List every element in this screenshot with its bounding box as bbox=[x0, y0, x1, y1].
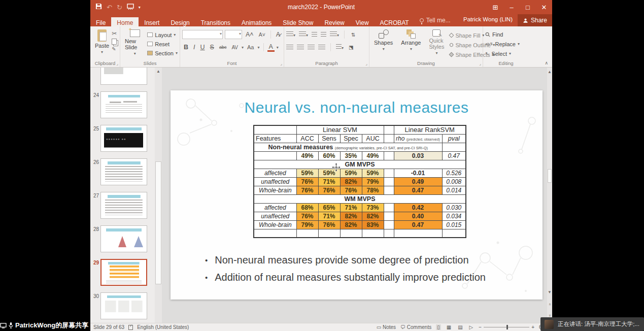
font-color-icon[interactable]: A bbox=[267, 43, 275, 52]
language-indicator[interactable]: English (United States) bbox=[137, 324, 189, 330]
thumbnail-preview[interactable] bbox=[100, 259, 147, 286]
share-button[interactable]: Share bbox=[518, 14, 552, 26]
decrease-indent-icon[interactable] bbox=[312, 32, 317, 37]
font-size-combobox[interactable] bbox=[225, 30, 242, 39]
thumbnail-preview[interactable] bbox=[100, 91, 147, 118]
canvas-scrollbar[interactable]: ▲ ▼ « » bbox=[547, 68, 552, 323]
thumbnail-scrollbar[interactable]: ▲ bbox=[155, 68, 162, 323]
zoom-slider-thumb[interactable] bbox=[506, 325, 508, 329]
bullet-item: Addition of neural measures substantiall… bbox=[205, 272, 486, 283]
find-button[interactable]: Find bbox=[485, 30, 527, 39]
metric-cell: 68% bbox=[296, 203, 318, 212]
account-name[interactable]: Patrick Wong (LIN) bbox=[458, 16, 518, 25]
line-spacing-icon[interactable]: ▾ bbox=[330, 31, 339, 38]
slide-thumbnail-29[interactable]: 29 bbox=[90, 259, 155, 286]
slide-thumbnail-26[interactable]: 26 bbox=[90, 158, 155, 185]
slide-thumbnail-30[interactable]: 30 bbox=[90, 292, 155, 319]
scroll-up-icon[interactable]: ▲ bbox=[547, 70, 552, 74]
scroll-down-icon[interactable]: ▼ bbox=[547, 290, 552, 294]
canvas-scrollbar-thumb[interactable] bbox=[548, 169, 552, 183]
align-right-icon[interactable] bbox=[308, 45, 315, 50]
slide[interactable]: Neural vs. non-neural measures Linear SV… bbox=[171, 90, 543, 300]
replace-button[interactable]: ab↯ Replace▾ bbox=[485, 40, 527, 48]
cut-icon[interactable]: ✂ bbox=[112, 30, 118, 37]
bold-icon[interactable]: B bbox=[182, 44, 190, 51]
reset-button[interactable]: Reset bbox=[147, 40, 178, 48]
zoom-in-icon[interactable]: + bbox=[531, 324, 534, 330]
increase-font-size-icon[interactable]: A˄ bbox=[244, 31, 255, 38]
drawing-dialog-launcher[interactable]: ⌟ bbox=[479, 61, 481, 66]
slide-thumbnail-28[interactable]: 28 bbox=[90, 225, 155, 252]
thumbnail-preview[interactable] bbox=[100, 68, 147, 85]
slide-thumbnail-25[interactable]: 25 bbox=[90, 125, 155, 152]
spell-check-icon[interactable] bbox=[128, 325, 133, 330]
rho-cell: -0.01 bbox=[394, 169, 442, 177]
slide-sorter-view-button[interactable]: ▦ bbox=[446, 324, 452, 330]
thumbnail-scrollbar-thumb[interactable] bbox=[155, 161, 161, 284]
normal-view-button[interactable]: ▯ bbox=[436, 324, 441, 330]
notes-button[interactable]: ▭ Notes bbox=[377, 324, 396, 330]
zoom-out-icon[interactable]: − bbox=[479, 324, 482, 330]
justify-icon[interactable] bbox=[318, 45, 325, 50]
strikethrough-icon[interactable]: S bbox=[209, 44, 216, 51]
ranksvm-group-header: Linear RankSVM bbox=[394, 125, 466, 134]
speaking-indicator: 正在讲话: 汤平-南京理工大学;... bbox=[540, 317, 644, 331]
slide-number-indicator[interactable]: Slide 29 of 63 bbox=[93, 324, 124, 330]
slide-thumbnail-27[interactable]: 27 bbox=[90, 192, 155, 219]
decrease-font-size-icon[interactable]: A˅ bbox=[257, 31, 267, 38]
tell-me-box[interactable]: Tell me... bbox=[415, 17, 456, 26]
text-shadow-icon[interactable]: abc bbox=[218, 45, 228, 50]
ribbon-tab-bar: FileHomeInsertDesignTransitionsAnimation… bbox=[90, 14, 552, 26]
columns-icon[interactable]: ▾ bbox=[336, 44, 344, 50]
metric-cell: 76% bbox=[318, 186, 340, 194]
arrange-button[interactable]: Arrange▾ bbox=[398, 29, 423, 60]
move-cursor bbox=[332, 163, 341, 174]
align-left-icon[interactable] bbox=[286, 45, 293, 50]
monitor-icon bbox=[0, 323, 7, 328]
format-painter-icon[interactable]: ✎ bbox=[112, 46, 118, 52]
section-button[interactable]: Section▾ bbox=[147, 49, 178, 57]
spacer-cell bbox=[384, 203, 394, 212]
text-direction-icon[interactable]: ⇅ bbox=[350, 32, 357, 38]
numbering-icon[interactable]: ▾ bbox=[299, 31, 308, 38]
slide-editing-canvas[interactable]: Neural vs. non-neural measures Linear SV… bbox=[162, 68, 547, 323]
thumbnail-preview[interactable] bbox=[100, 158, 147, 185]
slides-group: New Slide▾ Layout▾ Reset Section▾ Slides bbox=[120, 26, 180, 67]
slide-thumbnail[interactable] bbox=[90, 68, 155, 85]
character-spacing-icon[interactable]: AV bbox=[230, 45, 240, 50]
clipboard-dialog-launcher[interactable]: ⌟ bbox=[116, 61, 118, 66]
new-slide-button[interactable]: New Slide▾ bbox=[122, 29, 147, 60]
pval-cell: 0.47 bbox=[442, 151, 466, 160]
slide-thumbnail-24[interactable]: 24 bbox=[90, 91, 155, 118]
paragraph-dialog-launcher[interactable]: ⌟ bbox=[365, 61, 367, 66]
feature-name-cell: Whole-brain bbox=[254, 220, 296, 229]
italic-icon[interactable]: I bbox=[192, 44, 196, 51]
paste-button[interactable]: Paste▾ bbox=[92, 29, 112, 55]
zoom-slider[interactable]: − + bbox=[479, 324, 534, 330]
font-dialog-launcher[interactable]: ⌟ bbox=[280, 61, 282, 66]
select-button[interactable]: ↖ Select▾ bbox=[485, 49, 527, 58]
quick-styles-button[interactable]: Quick Styles▾ bbox=[426, 29, 447, 60]
slideshow-view-button[interactable]: ▷ bbox=[468, 324, 474, 330]
drawing-group: Shapes▾ Arrange▾ Quick Styles▾ Shape Fil… bbox=[369, 26, 483, 67]
shapes-button[interactable]: Shapes▾ bbox=[371, 29, 395, 60]
copy-icon[interactable] bbox=[112, 39, 117, 45]
layout-button[interactable]: Layout▾ bbox=[147, 30, 178, 39]
reading-view-button[interactable]: ▤ bbox=[457, 324, 463, 330]
underline-icon[interactable]: U bbox=[199, 44, 207, 51]
thumbnail-preview[interactable] bbox=[100, 292, 147, 319]
bullets-icon[interactable]: ▾ bbox=[286, 31, 295, 38]
change-case-icon[interactable]: Aa bbox=[246, 44, 255, 50]
comments-button[interactable]: 🗩 Comments bbox=[400, 324, 431, 330]
convert-to-smartart-icon[interactable]: ⬔ bbox=[347, 45, 355, 50]
previous-slide-icon[interactable]: « bbox=[548, 302, 552, 307]
align-center-icon[interactable] bbox=[297, 45, 304, 50]
thumbnail-preview[interactable] bbox=[100, 125, 147, 152]
thumbnail-preview[interactable] bbox=[100, 192, 147, 219]
clear-formatting-icon[interactable]: A̷ bbox=[275, 31, 282, 38]
thumbnail-preview[interactable] bbox=[100, 225, 147, 252]
increase-indent-icon[interactable] bbox=[321, 32, 326, 37]
font-name-combobox[interactable] bbox=[182, 30, 223, 39]
scroll-up-icon[interactable]: ▲ bbox=[155, 69, 162, 74]
collapse-ribbon-icon[interactable]: ∧ bbox=[545, 60, 548, 65]
